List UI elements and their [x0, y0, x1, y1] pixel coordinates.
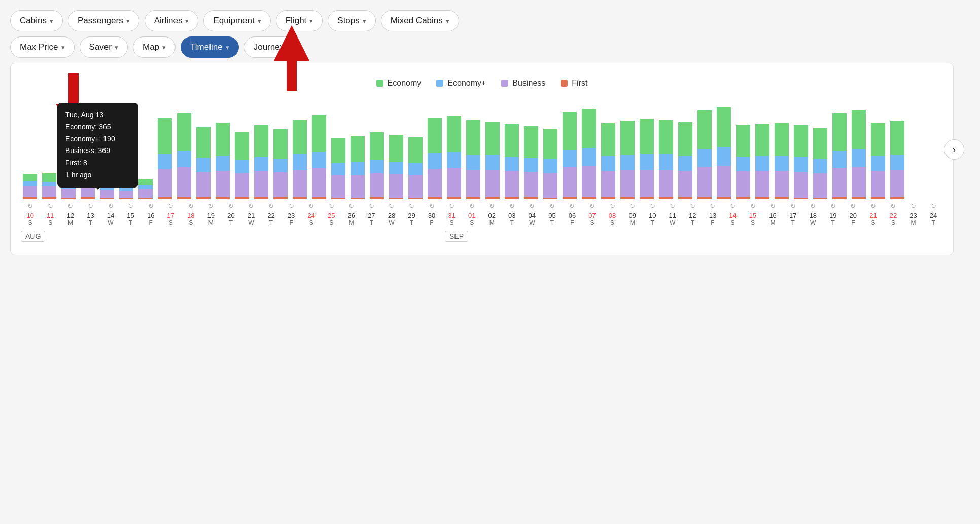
refresh-icon-cell[interactable]: ↻ [543, 202, 562, 210]
filter-btn-timeline[interactable]: Timeline ▾ [181, 36, 239, 58]
refresh-icon-cell[interactable]: ↻ [643, 202, 662, 210]
refresh-icon-cell[interactable]: ↻ [322, 202, 341, 210]
filter-btn-map[interactable]: Map ▾ [133, 36, 176, 58]
refresh-icon-cell[interactable]: ↻ [402, 202, 422, 210]
refresh-icon-cell[interactable]: ↻ [141, 202, 160, 210]
bar-col[interactable] [792, 125, 810, 199]
bar-col[interactable] [21, 174, 39, 199]
refresh-icon-cell[interactable]: ↻ [101, 202, 120, 210]
bar-col[interactable] [252, 125, 270, 199]
bar-col[interactable] [368, 132, 386, 199]
bar-col[interactable] [136, 179, 155, 199]
next-nav-button[interactable]: › [944, 139, 964, 160]
bar-col[interactable] [811, 128, 829, 199]
refresh-icon-cell[interactable]: ↻ [302, 202, 321, 210]
bar-col[interactable] [40, 173, 58, 199]
refresh-icon-cell[interactable]: ↻ [442, 202, 462, 210]
bar-col[interactable] [233, 132, 251, 199]
refresh-icon-cell[interactable]: ↻ [663, 202, 682, 210]
bar-col[interactable] [406, 137, 425, 199]
refresh-icon-cell[interactable]: ↻ [121, 202, 141, 210]
refresh-icon-cell[interactable]: ↻ [522, 202, 542, 210]
bar-col[interactable] [618, 121, 637, 199]
bar-col[interactable] [194, 127, 213, 199]
refresh-icon-cell[interactable]: ↻ [763, 202, 783, 210]
refresh-icon-cell[interactable]: ↻ [282, 202, 301, 210]
bar-col[interactable] [734, 125, 752, 199]
refresh-icon-cell[interactable]: ↻ [482, 202, 502, 210]
refresh-icon-cell[interactable]: ↻ [824, 202, 843, 210]
filter-btn-cabins[interactable]: Cabins ▾ [10, 10, 63, 31]
refresh-icon-cell[interactable]: ↻ [924, 202, 943, 210]
refresh-icon-cell[interactable]: ↻ [623, 202, 642, 210]
refresh-icon-cell[interactable]: ↻ [21, 202, 40, 210]
refresh-icon-cell[interactable]: ↻ [362, 202, 381, 210]
bar-col[interactable] [445, 116, 463, 199]
bar-col[interactable] [869, 123, 887, 199]
refresh-icon-cell[interactable]: ↻ [382, 202, 401, 210]
filter-btn-mixed-cabins[interactable]: Mixed Cabins ▾ [381, 10, 459, 31]
bar-col[interactable] [348, 136, 367, 199]
refresh-icon-cell[interactable]: ↻ [241, 202, 261, 210]
bar-col[interactable] [522, 126, 540, 199]
bar-col[interactable] [175, 113, 193, 199]
refresh-icon-cell[interactable]: ↻ [161, 202, 181, 210]
bar-col[interactable] [291, 120, 309, 199]
refresh-icon-cell[interactable]: ↻ [563, 202, 582, 210]
refresh-icon-cell[interactable]: ↻ [262, 202, 281, 210]
refresh-icon-cell[interactable]: ↻ [422, 202, 441, 210]
bar-col[interactable] [387, 135, 405, 199]
bar-col[interactable] [561, 112, 579, 199]
refresh-icon-cell[interactable]: ↻ [61, 202, 80, 210]
refresh-icon-cell[interactable]: ↻ [201, 202, 221, 210]
refresh-icon-cell[interactable]: ↻ [81, 202, 100, 210]
bar-col[interactable] [657, 120, 675, 199]
refresh-icon-cell[interactable]: ↻ [583, 202, 602, 210]
bar-col[interactable] [541, 129, 559, 199]
bar-segment-economy [697, 110, 712, 149]
bar-col[interactable] [676, 122, 694, 199]
bar-col[interactable] [329, 138, 347, 199]
bar-col[interactable] [638, 119, 656, 199]
refresh-icon-cell[interactable]: ↻ [503, 202, 522, 210]
bar-col[interactable] [464, 120, 482, 199]
bar-col[interactable] [850, 110, 868, 199]
refresh-icon-cell[interactable]: ↻ [723, 202, 743, 210]
refresh-icon-cell[interactable]: ↻ [904, 202, 923, 210]
bar-col[interactable] [503, 124, 521, 199]
refresh-icon-cell[interactable]: ↻ [864, 202, 883, 210]
filter-btn-stops[interactable]: Stops ▾ [328, 10, 375, 31]
filter-btn-airlines[interactable]: Airlines ▾ [145, 10, 199, 31]
bar-col[interactable] [156, 118, 174, 199]
filter-btn-max-price[interactable]: Max Price ▾ [10, 36, 75, 58]
refresh-icon-cell[interactable]: ↻ [462, 202, 481, 210]
refresh-icon-cell[interactable]: ↻ [783, 202, 802, 210]
filter-btn-saver[interactable]: Saver ▾ [80, 36, 128, 58]
refresh-icon-cell[interactable]: ↻ [41, 202, 60, 210]
bar-col[interactable] [599, 123, 617, 199]
refresh-icon-cell[interactable]: ↻ [222, 202, 241, 210]
refresh-icon-cell[interactable]: ↻ [703, 202, 722, 210]
bar-col[interactable] [310, 115, 328, 199]
bar-col[interactable] [773, 123, 791, 199]
bar-col[interactable] [426, 118, 444, 199]
bar-col[interactable] [753, 124, 772, 199]
filter-btn-equipment[interactable]: Equipment ▾ [203, 10, 270, 31]
refresh-icon-cell[interactable]: ↻ [803, 202, 823, 210]
refresh-icon-cell[interactable]: ↻ [182, 202, 201, 210]
bar-col[interactable] [695, 110, 714, 199]
bar-col[interactable] [483, 122, 502, 199]
refresh-icon-cell[interactable]: ↻ [884, 202, 903, 210]
bar-col[interactable] [715, 107, 733, 199]
bar-col[interactable] [580, 109, 598, 199]
refresh-icon-cell[interactable]: ↻ [743, 202, 762, 210]
refresh-icon-cell[interactable]: ↻ [342, 202, 361, 210]
bar-col[interactable] [888, 121, 906, 199]
refresh-icon-cell[interactable]: ↻ [844, 202, 863, 210]
bar-col[interactable] [271, 129, 290, 199]
bar-col[interactable] [830, 113, 849, 199]
refresh-icon-cell[interactable]: ↻ [683, 202, 703, 210]
refresh-icon-cell[interactable]: ↻ [603, 202, 622, 210]
bar-col[interactable] [214, 123, 232, 199]
filter-btn-passengers[interactable]: Passengers ▾ [68, 10, 139, 31]
